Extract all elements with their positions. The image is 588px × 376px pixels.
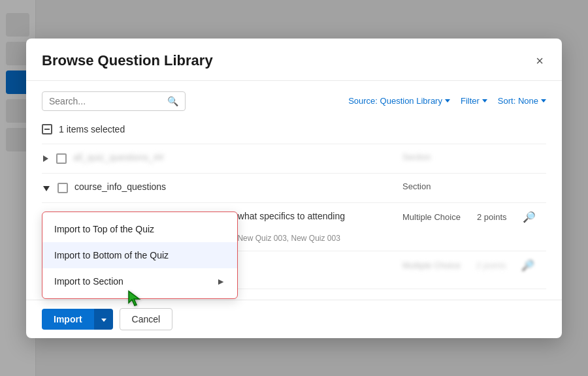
import-chevron-icon [101,319,106,322]
row-type: Section [402,181,461,191]
search-icon: 🔍 [167,96,178,106]
sort-button[interactable]: Sort: None [498,96,546,106]
import-dropdown-popup: Import to Top of the Quiz Import to Bott… [42,212,238,299]
import-section-item[interactable]: Import to Section ► [42,268,237,294]
modal-title: Browse Question Library [42,52,213,69]
search-input[interactable] [49,96,167,106]
row-points: 2 points [477,212,507,222]
import-bottom-item[interactable]: Import to Bottom of the Quiz [42,242,237,268]
import-button-group: Import [42,309,113,330]
row-points: 2 points [476,260,506,270]
search-container: 🔍 [42,91,186,111]
sort-chevron-icon [541,99,546,102]
expand-button[interactable] [42,153,50,165]
row-type: Multiple Choice [402,260,461,270]
import-dropdown-toggle[interactable] [94,309,113,330]
row-meta: Section [402,152,546,162]
row-meta: Multiple Choice 2 points 🔎 [402,259,546,272]
filter-button[interactable]: Filter [461,96,487,106]
row-type: Section [402,152,431,162]
row-checkbox[interactable] [56,153,67,164]
expand-button[interactable] [42,183,51,195]
preview-icon[interactable]: 🔎 [521,259,534,272]
row-type: Multiple Choice [402,212,461,222]
preview-icon[interactable]: 🔎 [523,211,536,223]
row-meta: Section [402,181,546,191]
import-button[interactable]: Import [42,309,94,330]
expand-arrow-icon [43,155,48,162]
filter-controls: Source: Question Library Filter Sort: No… [348,96,546,106]
source-chevron-icon [445,99,450,102]
row-content: course_info_questions [74,181,396,192]
cancel-button[interactable]: Cancel [120,308,173,330]
selected-bar: 1 items selected [42,120,546,138]
modal-overlay: Browse Question Library × 🔍 Source: Ques… [0,0,588,376]
selected-count: 1 items selected [59,124,125,134]
row-meta: Multiple Choice 2 points 🔎 [402,211,546,223]
modal-header: Browse Question Library × [26,39,562,81]
close-button[interactable]: × [533,52,546,70]
import-top-item[interactable]: Import to Top of the Quiz [42,216,237,242]
browse-question-library-modal: Browse Question Library × 🔍 Source: Ques… [26,39,562,338]
deselect-all-checkbox[interactable] [42,124,52,134]
modal-footer: Import to Top of the Quiz Import to Bott… [26,300,562,338]
row-content: all_quiz_questions_## [73,152,396,163]
submenu-arrow-icon: ► [216,276,225,287]
collapse-arrow-icon [43,186,50,191]
search-row: 🔍 Source: Question Library Filter Sort: [42,91,546,111]
table-row: course_info_questions Section [42,174,546,203]
row-title: course_info_questions [74,181,396,192]
row-checkbox[interactable] [57,183,68,193]
minus-icon [44,129,50,130]
table-row: all_quiz_questions_## Section [42,144,546,174]
filter-chevron-icon [482,99,487,102]
source-filter-button[interactable]: Source: Question Library [348,96,450,106]
row-title: all_quiz_questions_## [73,152,396,163]
